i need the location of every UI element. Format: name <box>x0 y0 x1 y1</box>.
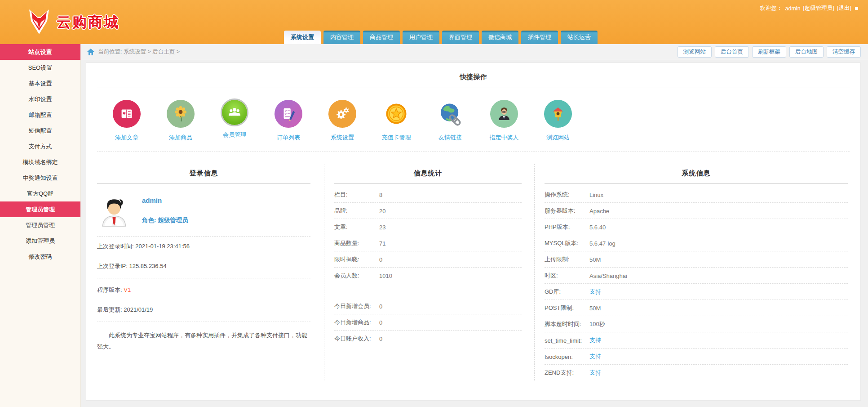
table-row: 脚本超时时间:100秒 <box>545 316 848 332</box>
system-panel-title: 系统信息 <box>545 164 848 184</box>
table-row: 时区:Asia/Shanghai <box>545 268 848 284</box>
stats-panel-title: 信息统计 <box>334 164 522 184</box>
top-nav-tabs: 系统设置 内容管理 商品管理 用户管理 界面管理 微信商城 插件管理 站长运营 <box>284 31 598 44</box>
app-logo: 云购商城 <box>27 9 120 36</box>
quick-add-article[interactable]: 添加文章 <box>100 100 154 142</box>
program-version: 程序版本: V1 <box>97 280 310 300</box>
book-heart-icon <box>118 105 135 122</box>
quick-assign-winner[interactable]: 指定中奖人 <box>477 100 531 142</box>
welcome-username: admin <box>785 5 801 12</box>
home-icon[interactable] <box>87 49 94 55</box>
order-list-icon <box>280 105 297 122</box>
quick-actions-title: 快捷操作 <box>97 63 850 88</box>
sidebar-item-email[interactable]: 邮箱配置 <box>0 107 80 123</box>
divider <box>97 278 310 278</box>
gears-icon <box>334 105 351 122</box>
tab-system-settings[interactable]: 系统设置 <box>284 31 321 44</box>
table-row: fsockopen:支持 <box>545 349 848 365</box>
sidebar-item-seo[interactable]: SEO设置 <box>0 60 80 76</box>
sidebar-item-admin-mgmt[interactable]: 管理员管理 <box>0 217 80 233</box>
quick-friend-links[interactable]: 友情链接 <box>423 100 477 142</box>
gd-support-link[interactable]: 支持 <box>589 288 601 296</box>
fox-logo-icon <box>27 9 51 36</box>
quick-label: 充值卡管理 <box>382 134 411 142</box>
sidebar: 站点设置 SEO设置 基本设置 水印设置 邮箱配置 短信配置 支付方式 模块域名… <box>0 44 81 407</box>
clear-cache-button[interactable]: 清空缓存 <box>827 46 861 58</box>
breadcrumb: 当前位置: 系统设置 > 后台主页 > <box>98 48 180 56</box>
table-row: 会员人数:1010 <box>334 268 522 283</box>
table-row: 今日新增会员:0 <box>334 298 522 314</box>
table-row: 限时揭晓:0 <box>334 251 522 268</box>
table-row: PHP版本:5.6.40 <box>545 219 848 235</box>
app-header: 云购商城 欢迎您： admin [超级管理员] [退出] 系统设置 内容管理 商… <box>0 0 868 44</box>
breadcrumb-bar: 当前位置: 系统设置 > 后台主页 > 浏览网站 后台首页 刷新框架 后台地图 … <box>81 44 868 60</box>
sidebar-item-module-domain[interactable]: 模块域名绑定 <box>0 154 80 170</box>
sunflower-icon <box>172 105 190 123</box>
table-row: POST限制:50M <box>545 300 848 316</box>
tab-ui-mgmt[interactable]: 界面管理 <box>442 31 479 44</box>
quick-label: 友情链接 <box>438 134 462 142</box>
quick-label: 订单列表 <box>277 134 300 142</box>
table-row: 上传限制:50M <box>545 251 848 268</box>
crumb-actions: 浏览网站 后台首页 刷新框架 后台地图 清空缓存 <box>678 46 861 58</box>
sidebar-item-add-admin[interactable]: 添加管理员 <box>0 233 80 249</box>
sidebar-item-sms[interactable]: 短信配置 <box>0 123 80 139</box>
tab-wechat-mall[interactable]: 微信商城 <box>482 31 518 44</box>
last-login-time: 上次登录时间: 2021-01-19 23:41:56 <box>97 237 310 256</box>
sidebar-item-win-notice[interactable]: 中奖通知设置 <box>0 170 80 186</box>
quick-label: 浏览网站 <box>546 134 570 142</box>
quick-recharge-card[interactable]: 充值卡管理 <box>369 100 423 142</box>
admin-sitemap-button[interactable]: 后台地图 <box>789 46 824 58</box>
quick-member-mgmt[interactable]: 会员管理 <box>208 100 261 142</box>
sidebar-item-payment[interactable]: 支付方式 <box>0 139 80 154</box>
quick-label: 添加文章 <box>115 134 138 142</box>
system-info-panel: 系统信息 操作系统:Linux 服务器版本:Apache PHP版本:5.6.4… <box>534 164 850 380</box>
birdhouse-icon <box>549 105 567 122</box>
quick-label: 指定中奖人 <box>490 134 519 142</box>
welcome-bar: 欢迎您： admin [超级管理员] [退出] <box>760 4 858 12</box>
last-update: 最后更新: 2021/01/19 <box>97 300 310 320</box>
quick-browse-site[interactable]: 浏览网站 <box>531 100 585 142</box>
browse-site-button[interactable]: 浏览网站 <box>678 46 712 58</box>
table-row: ZEND支持:支持 <box>545 365 848 380</box>
table-row: set_time_limit:支持 <box>545 332 848 349</box>
profile-username-link[interactable]: admin <box>142 197 188 204</box>
admin-home-button[interactable]: 后台首页 <box>715 46 749 58</box>
logout-link[interactable]: [退出] <box>837 4 851 12</box>
table-row: 栏目:8 <box>334 187 522 203</box>
dashboard-columns: 登录信息 admin 角色: 超级管理员 <box>97 164 850 380</box>
set-time-limit-link[interactable]: 支持 <box>589 336 601 344</box>
tab-content-mgmt[interactable]: 内容管理 <box>323 31 360 44</box>
logo-title: 云购商城 <box>57 13 120 32</box>
globe-link-icon <box>437 101 463 127</box>
tab-user-mgmt[interactable]: 用户管理 <box>403 31 439 44</box>
winner-avatar-icon <box>495 105 513 123</box>
table-row: 商品数量:71 <box>334 235 522 251</box>
tab-plugin-mgmt[interactable]: 插件管理 <box>521 31 558 44</box>
tab-goods-mgmt[interactable]: 商品管理 <box>363 31 400 44</box>
quick-label: 添加商品 <box>169 134 192 142</box>
quick-system-settings[interactable]: 系统设置 <box>315 100 369 142</box>
table-row: 文章:23 <box>334 219 522 235</box>
sidebar-item-basic[interactable]: 基本设置 <box>0 76 80 91</box>
sidebar-item-site-settings[interactable]: 站点设置 <box>0 44 80 60</box>
sidebar-item-admin-mgmt-header[interactable]: 管理员管理 <box>0 201 80 217</box>
avatar <box>97 194 131 228</box>
sidebar-item-qq-group[interactable]: 官方QQ群 <box>0 186 80 201</box>
main-area: 快捷操作 添加文章 <box>81 60 868 407</box>
fsockopen-link[interactable]: 支持 <box>589 353 601 361</box>
last-login-ip: 上次登录IP: 125.85.236.54 <box>97 256 310 276</box>
table-row: 今日新增商品:0 <box>334 314 522 331</box>
tab-webmaster-ops[interactable]: 站长运营 <box>561 31 598 44</box>
quick-actions-row: 添加文章 添加商品 <box>97 88 850 152</box>
sidebar-item-watermark[interactable]: 水印设置 <box>0 91 80 107</box>
divider <box>97 322 310 322</box>
quick-order-list[interactable]: 订单列表 <box>261 100 315 142</box>
profile-block: admin 角色: 超级管理员 <box>97 187 310 237</box>
refresh-frame-button[interactable]: 刷新框架 <box>752 46 786 58</box>
zend-support-link[interactable]: 支持 <box>589 369 601 377</box>
sidebar-item-change-password[interactable]: 修改密码 <box>0 249 80 264</box>
quick-add-goods[interactable]: 添加商品 <box>154 100 208 142</box>
table-row: GD库:支持 <box>545 284 848 300</box>
coin-star-icon <box>383 101 409 127</box>
